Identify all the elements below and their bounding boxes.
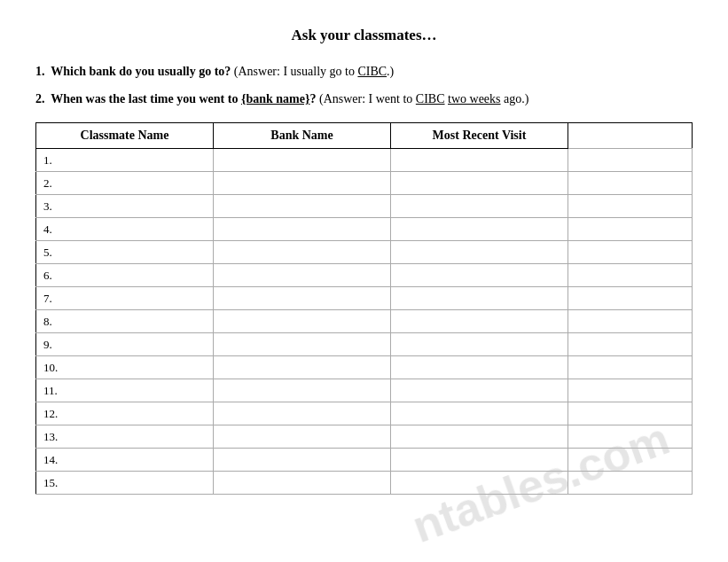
table-row: 8. bbox=[36, 310, 693, 333]
row-number: 8. bbox=[36, 310, 214, 333]
bank-name-cell bbox=[391, 149, 568, 172]
bank-name-cell bbox=[391, 264, 568, 287]
table-row: 2. bbox=[36, 172, 693, 195]
most-recent-visit-cell bbox=[568, 218, 693, 241]
most-recent-visit-cell bbox=[568, 356, 693, 379]
row-number: 3. bbox=[36, 195, 214, 218]
classmate-name-cell bbox=[214, 333, 391, 356]
most-recent-visit-cell bbox=[568, 172, 693, 195]
bank-name-cell bbox=[391, 379, 568, 402]
row-number: 5. bbox=[36, 241, 214, 264]
bank-name-cell bbox=[391, 356, 568, 379]
bank-name-cell bbox=[391, 472, 568, 495]
bank-name-cell bbox=[391, 310, 568, 333]
classmate-name-cell bbox=[214, 241, 391, 264]
q1-answer: (Answer: I usually go to CIBC.) bbox=[231, 65, 394, 78]
page-title: Ask your classmates… bbox=[35, 27, 693, 44]
q2-answer: (Answer: I went to CIBC two weeks ago.) bbox=[316, 92, 528, 105]
row-number: 13. bbox=[36, 425, 214, 449]
row-number: 7. bbox=[36, 287, 214, 310]
row-number: 12. bbox=[36, 402, 214, 425]
bank-name-cell bbox=[391, 241, 568, 264]
bank-name-cell bbox=[391, 172, 568, 195]
q2-number: 2. bbox=[35, 92, 51, 105]
classmate-name-cell bbox=[214, 425, 391, 449]
table-row: 15. bbox=[36, 472, 693, 495]
table-row: 12. bbox=[36, 402, 693, 425]
question-1: 1. Which bank do you usually go to? (Ans… bbox=[35, 62, 693, 81]
most-recent-visit-cell bbox=[568, 287, 693, 310]
row-number: 14. bbox=[36, 449, 214, 472]
classmate-name-cell bbox=[214, 379, 391, 402]
table-row: 9. bbox=[36, 333, 693, 356]
table-row: 11. bbox=[36, 379, 693, 402]
table-row: 3. bbox=[36, 195, 693, 218]
row-number: 15. bbox=[36, 472, 214, 495]
classmate-name-cell bbox=[214, 172, 391, 195]
header-classmate-name: Classmate Name bbox=[36, 123, 214, 149]
bank-name-cell bbox=[391, 425, 568, 449]
most-recent-visit-cell bbox=[568, 472, 693, 495]
row-number: 6. bbox=[36, 264, 214, 287]
table-row: 5. bbox=[36, 241, 693, 264]
most-recent-visit-cell bbox=[568, 241, 693, 264]
classmate-name-cell bbox=[214, 310, 391, 333]
classmate-name-cell bbox=[214, 264, 391, 287]
most-recent-visit-cell bbox=[568, 195, 693, 218]
q2-text: When was the last time you went to {bank… bbox=[51, 92, 316, 105]
table-header-row: Classmate Name Bank Name Most Recent Vis… bbox=[36, 123, 693, 149]
classmate-name-cell bbox=[214, 472, 391, 495]
row-number: 11. bbox=[36, 379, 214, 402]
table-row: 4. bbox=[36, 218, 693, 241]
row-number: 2. bbox=[36, 172, 214, 195]
classmate-name-cell bbox=[214, 402, 391, 425]
row-number: 4. bbox=[36, 218, 214, 241]
most-recent-visit-cell bbox=[568, 333, 693, 356]
table-row: 14. bbox=[36, 449, 693, 472]
table-row: 7. bbox=[36, 287, 693, 310]
row-number: 1. bbox=[36, 149, 214, 172]
classmate-name-cell bbox=[214, 149, 391, 172]
bank-name-cell bbox=[391, 449, 568, 472]
classmate-name-cell bbox=[214, 356, 391, 379]
classmate-name-cell bbox=[214, 218, 391, 241]
table-row: 1. bbox=[36, 149, 693, 172]
q1-text: Which bank do you usually go to? bbox=[51, 65, 231, 78]
most-recent-visit-cell bbox=[568, 379, 693, 402]
row-number: 10. bbox=[36, 356, 214, 379]
table-row: 13. bbox=[36, 425, 693, 449]
bank-name-cell bbox=[391, 218, 568, 241]
classmate-name-cell bbox=[214, 449, 391, 472]
header-bank-name: Bank Name bbox=[214, 123, 391, 149]
classmates-table: Classmate Name Bank Name Most Recent Vis… bbox=[35, 122, 693, 495]
classmate-name-cell bbox=[214, 195, 391, 218]
bank-name-cell bbox=[391, 333, 568, 356]
table-row: 6. bbox=[36, 264, 693, 287]
table-row: 10. bbox=[36, 356, 693, 379]
most-recent-visit-cell bbox=[568, 264, 693, 287]
question-2: 2. When was the last time you went to {b… bbox=[35, 90, 693, 108]
most-recent-visit-cell bbox=[568, 402, 693, 425]
most-recent-visit-cell bbox=[568, 310, 693, 333]
classmate-name-cell bbox=[214, 287, 391, 310]
bank-name-cell bbox=[391, 195, 568, 218]
most-recent-visit-cell bbox=[568, 149, 693, 172]
row-number: 9. bbox=[36, 333, 214, 356]
header-most-recent-visit: Most Recent Visit bbox=[391, 123, 568, 149]
most-recent-visit-cell bbox=[568, 425, 693, 449]
most-recent-visit-cell bbox=[568, 449, 693, 472]
bank-name-cell bbox=[391, 402, 568, 425]
bank-name-cell bbox=[391, 287, 568, 310]
q1-number: 1. bbox=[35, 65, 51, 78]
questions-section: 1. Which bank do you usually go to? (Ans… bbox=[35, 62, 693, 108]
